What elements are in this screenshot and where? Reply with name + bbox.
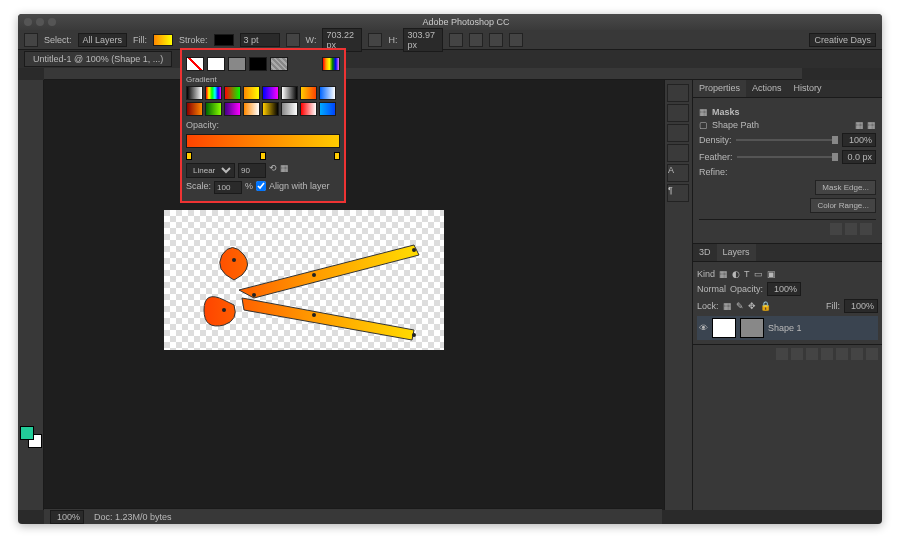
gradient-preset[interactable] <box>243 102 260 116</box>
color-picker-icon[interactable] <box>322 57 340 71</box>
filter-adjust-icon[interactable]: ◐ <box>732 269 740 279</box>
dock-swatches-icon[interactable] <box>667 104 689 122</box>
gradient-preset[interactable] <box>243 86 260 100</box>
eyedropper-tool[interactable] <box>20 167 42 183</box>
heal-tool[interactable] <box>20 184 42 200</box>
gradient-preset[interactable] <box>205 86 222 100</box>
mask-thumb[interactable] <box>740 318 764 338</box>
brush-tool[interactable] <box>20 201 42 217</box>
gradient-preset[interactable] <box>205 102 222 116</box>
height-field[interactable]: 303.97 px <box>403 28 443 52</box>
filter-shape-icon[interactable]: ▭ <box>754 269 763 279</box>
fill-none-icon[interactable] <box>186 57 204 71</box>
pen-tool[interactable] <box>20 320 42 336</box>
new-layer-icon[interactable] <box>851 348 863 360</box>
fill-solid-icon[interactable] <box>207 57 225 71</box>
scale-field[interactable] <box>214 181 242 194</box>
layer-fill-value[interactable]: 100% <box>844 299 878 313</box>
filter-pixel-icon[interactable]: ▦ <box>719 269 728 279</box>
fill-pattern2-icon[interactable] <box>270 57 288 71</box>
select-dropdown[interactable]: All Layers <box>78 33 128 47</box>
mask-edge-button[interactable]: Mask Edge... <box>815 180 876 195</box>
gradient-preset[interactable] <box>319 86 336 100</box>
density-slider[interactable] <box>736 139 838 141</box>
fx-icon[interactable] <box>791 348 803 360</box>
layer-filter-kind[interactable]: Kind <box>697 269 715 279</box>
blend-mode-dropdown[interactable]: Normal <box>697 284 726 294</box>
marquee-tool[interactable] <box>20 99 42 115</box>
density-value[interactable]: 100% <box>842 133 876 147</box>
gear-icon[interactable] <box>509 33 523 47</box>
tab-3d[interactable]: 3D <box>693 244 717 261</box>
stroke-swatch[interactable] <box>214 34 234 46</box>
angle-field[interactable] <box>238 163 266 178</box>
zoom-icon[interactable] <box>48 18 56 26</box>
gradient-preset[interactable] <box>186 86 203 100</box>
gradient-type-dropdown[interactable]: Linear <box>186 163 235 178</box>
dock-styles-icon[interactable] <box>667 144 689 162</box>
tool-preset-icon[interactable] <box>24 33 38 47</box>
feather-value[interactable]: 0.0 px <box>842 150 876 164</box>
lock-trans-icon[interactable]: ▦ <box>723 301 732 311</box>
color-range-button[interactable]: Color Range... <box>810 198 876 213</box>
history-brush-tool[interactable] <box>20 235 42 251</box>
foreground-color-chip[interactable] <box>20 426 34 440</box>
lock-all-icon[interactable]: 🔒 <box>760 301 771 311</box>
dock-adjust-icon[interactable] <box>667 124 689 142</box>
gradient-preset[interactable] <box>262 102 279 116</box>
fill-swatch[interactable] <box>153 34 173 46</box>
prop-icon-2[interactable] <box>845 223 857 235</box>
gradient-preset[interactable] <box>319 102 336 116</box>
gradient-preset[interactable] <box>300 86 317 100</box>
feather-slider[interactable] <box>737 156 838 158</box>
close-icon[interactable] <box>24 18 32 26</box>
layer-row[interactable]: 👁 Shape 1 <box>697 316 878 340</box>
filter-type-icon[interactable]: T <box>744 269 750 279</box>
layer-opacity-value[interactable]: 100% <box>767 282 801 296</box>
canvas-area[interactable] <box>44 80 664 510</box>
stamp-tool[interactable] <box>20 218 42 234</box>
gradient-preset[interactable] <box>186 102 203 116</box>
tab-history[interactable]: History <box>788 80 828 97</box>
prop-trash-icon[interactable] <box>860 223 872 235</box>
stroke-options-icon[interactable] <box>286 33 300 47</box>
crop-tool[interactable] <box>20 150 42 166</box>
gradient-preset[interactable] <box>224 102 241 116</box>
ruler-horizontal[interactable] <box>44 68 802 80</box>
trash-icon[interactable] <box>866 348 878 360</box>
stop-left[interactable] <box>186 152 192 160</box>
dodge-tool[interactable] <box>20 303 42 319</box>
gradient-preset[interactable] <box>281 86 298 100</box>
path-select-tool[interactable] <box>20 354 42 370</box>
tab-layers[interactable]: Layers <box>717 244 756 261</box>
snap-icon[interactable]: ▦ <box>280 163 289 178</box>
lasso-tool[interactable] <box>20 116 42 132</box>
link-wh-icon[interactable] <box>368 33 382 47</box>
tab-actions[interactable]: Actions <box>746 80 788 97</box>
gradient-preset[interactable] <box>262 86 279 100</box>
shape-scissors[interactable] <box>164 210 444 350</box>
mask-icon[interactable] <box>806 348 818 360</box>
fill-gradient-icon[interactable] <box>228 57 246 71</box>
shape-tool[interactable] <box>20 371 42 387</box>
document-tab[interactable]: Untitled-1 @ 100% (Shape 1, ...) <box>24 51 172 67</box>
align-checkbox[interactable] <box>256 181 266 191</box>
stop-mid[interactable] <box>260 152 266 160</box>
filter-smart-icon[interactable]: ▣ <box>767 269 776 279</box>
adjustment-icon[interactable] <box>821 348 833 360</box>
path-ops-icon[interactable] <box>449 33 463 47</box>
layer-name[interactable]: Shape 1 <box>768 323 802 333</box>
prop-icon-1[interactable] <box>830 223 842 235</box>
stroke-width-field[interactable]: 3 pt <box>240 33 280 47</box>
gradient-preset[interactable] <box>224 86 241 100</box>
mask-toggle-icon[interactable]: ▦ ▦ <box>855 120 876 130</box>
gradient-bar[interactable] <box>186 134 340 148</box>
align-icon[interactable] <box>469 33 483 47</box>
tab-properties[interactable]: Properties <box>693 80 746 97</box>
visibility-eye-icon[interactable]: 👁 <box>699 323 708 333</box>
lock-pos-icon[interactable]: ✥ <box>748 301 756 311</box>
blur-tool[interactable] <box>20 286 42 302</box>
gradient-preset[interactable] <box>300 102 317 116</box>
zoom-level[interactable]: 100% <box>50 510 84 524</box>
dock-color-icon[interactable] <box>667 84 689 102</box>
